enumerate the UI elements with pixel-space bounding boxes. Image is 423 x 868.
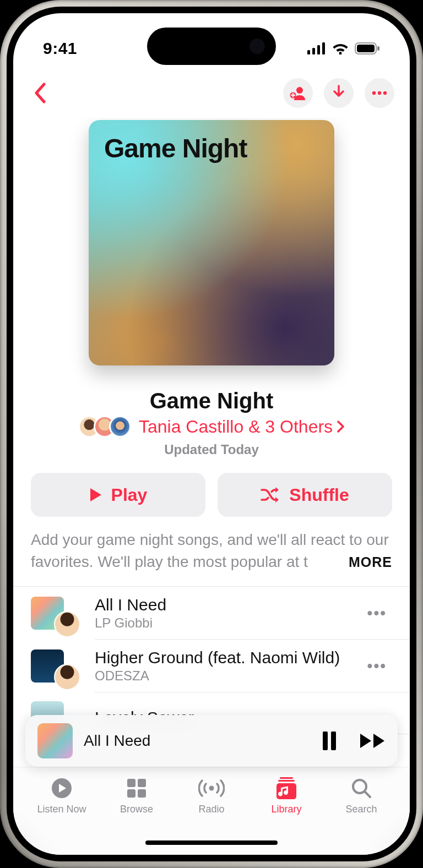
svg-rect-19	[138, 779, 146, 787]
svg-point-22	[209, 786, 214, 791]
shuffle-label: Shuffle	[289, 485, 349, 505]
library-icon	[276, 777, 297, 799]
track-title: Higher Ground (feat. Naomi Wild)	[95, 648, 362, 667]
play-icon	[89, 487, 102, 503]
forward-icon	[359, 733, 386, 749]
svg-point-26	[353, 780, 366, 793]
play-label: Play	[111, 485, 148, 505]
contributor-avatar	[54, 664, 80, 690]
now-playing-artwork	[37, 723, 73, 758]
track-artist: ODESZA	[95, 668, 362, 684]
track-more-button[interactable]: •••	[362, 652, 392, 680]
playlist-artwork[interactable]: Game Night	[89, 120, 334, 365]
tab-listen-now[interactable]: Listen Now	[29, 776, 95, 855]
play-button[interactable]: Play	[31, 473, 205, 517]
chevron-right-icon	[337, 420, 345, 433]
playlist-description: Add your game night songs, and we'll all…	[13, 529, 410, 573]
collaborators-button[interactable]: Tania Castillo & 3 Others	[13, 416, 410, 438]
download-icon	[332, 85, 346, 101]
track-list: All I Need LP Giobbi ••• Higher Ground (…	[13, 586, 410, 734]
contributor-avatar	[54, 611, 80, 637]
grid-icon	[127, 778, 147, 798]
tab-label: Browse	[120, 804, 153, 815]
shuffle-button[interactable]: Shuffle	[218, 473, 392, 517]
tab-label: Radio	[198, 804, 224, 815]
wifi-icon	[332, 42, 349, 54]
svg-point-12	[372, 91, 376, 95]
svg-rect-2	[317, 45, 320, 54]
search-icon	[351, 778, 372, 799]
tab-label: Library	[271, 804, 301, 815]
collaborators-label: Tania Castillo & 3 Others	[139, 417, 333, 437]
tab-label: Listen Now	[37, 804, 86, 815]
svg-rect-18	[127, 779, 135, 787]
track-title: All I Need	[95, 596, 362, 614]
radio-icon	[198, 778, 225, 798]
svg-rect-6	[357, 45, 375, 52]
svg-line-27	[365, 792, 370, 797]
svg-rect-20	[127, 789, 135, 798]
pause-icon	[322, 731, 337, 750]
svg-rect-21	[138, 789, 146, 798]
svg-point-4	[339, 52, 342, 54]
download-button[interactable]	[324, 78, 354, 108]
play-circle-icon	[51, 777, 73, 799]
more-button[interactable]	[365, 78, 394, 108]
track-row[interactable]: All I Need LP Giobbi •••	[13, 587, 410, 640]
track-artwork	[31, 597, 64, 630]
mini-player[interactable]: All I Need	[25, 715, 398, 767]
chevron-left-icon	[33, 83, 46, 103]
ellipsis-icon	[372, 91, 387, 95]
svg-rect-11	[291, 95, 295, 96]
tab-label: Search	[345, 804, 377, 815]
person-add-icon	[290, 86, 306, 100]
track-more-button[interactable]: •••	[362, 599, 392, 627]
avatar	[109, 416, 131, 438]
playlist-title: Game Night	[13, 389, 410, 413]
svg-rect-1	[312, 48, 315, 54]
artwork-label: Game Night	[104, 133, 319, 163]
tab-search[interactable]: Search	[328, 776, 394, 855]
svg-rect-16	[331, 731, 336, 750]
collaborate-button[interactable]	[283, 78, 313, 108]
updated-label: Updated Today	[13, 442, 410, 457]
svg-rect-7	[377, 46, 379, 51]
home-indicator[interactable]	[145, 840, 278, 845]
svg-rect-23	[280, 777, 293, 779]
track-row[interactable]: Higher Ground (feat. Naomi Wild) ODESZA …	[13, 640, 410, 692]
back-button[interactable]	[29, 78, 51, 108]
svg-point-13	[378, 91, 381, 95]
svg-rect-3	[322, 42, 325, 54]
svg-rect-0	[307, 50, 310, 54]
svg-point-8	[296, 87, 303, 94]
track-artist: LP Giobbi	[95, 615, 362, 631]
pause-button[interactable]	[322, 731, 337, 750]
dynamic-island	[147, 28, 276, 65]
next-button[interactable]	[359, 733, 386, 749]
svg-rect-24	[278, 780, 295, 782]
battery-icon	[355, 42, 380, 54]
status-time: 9:41	[43, 39, 77, 58]
cellular-icon	[307, 42, 326, 54]
now-playing-title: All I Need	[84, 732, 322, 750]
svg-point-14	[383, 91, 387, 95]
track-artwork	[31, 649, 64, 683]
shuffle-icon	[261, 487, 280, 503]
svg-rect-15	[323, 731, 328, 750]
more-button[interactable]: MORE	[327, 551, 392, 573]
collaborator-avatars	[78, 416, 131, 438]
